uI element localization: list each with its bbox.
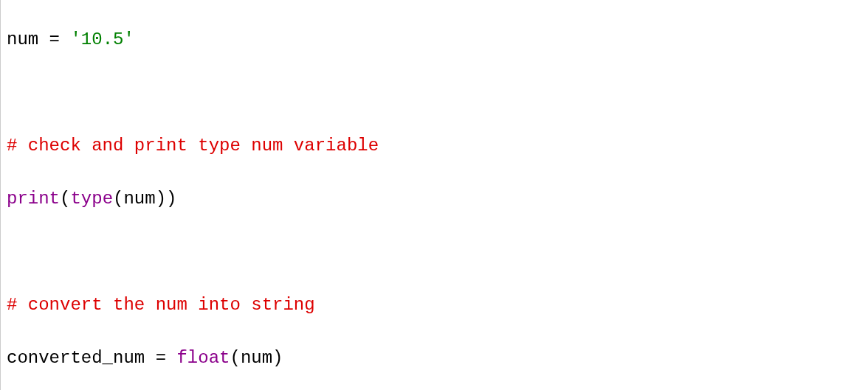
code-line: # convert the num into string <box>7 292 868 318</box>
string-literal: '10.5' <box>70 29 134 49</box>
assign-op: = <box>38 29 70 49</box>
builtin-float: float <box>176 348 230 368</box>
paren: ) <box>166 189 176 209</box>
paren: ( <box>60 189 70 209</box>
blank-line <box>7 239 868 265</box>
comment: # check and print type num variable <box>7 136 379 156</box>
code-line: # check and print type num variable <box>7 133 868 159</box>
blank-line <box>7 80 868 106</box>
builtin-print: print <box>7 189 60 209</box>
paren: ( <box>113 189 123 209</box>
builtin-type: type <box>70 189 113 209</box>
assign-op: = <box>145 348 176 368</box>
variable-name: num <box>123 189 155 209</box>
variable-name: num <box>7 29 38 49</box>
code-line: num = '10.5' <box>7 27 868 53</box>
paren: ) <box>156 189 166 209</box>
paren: ) <box>272 348 283 368</box>
code-line: converted_num = float(num) <box>7 345 868 372</box>
variable-name: num <box>241 348 272 368</box>
variable-name: converted_num <box>7 348 145 368</box>
code-editor[interactable]: num = '10.5' # check and print type num … <box>0 0 868 390</box>
paren: ( <box>230 348 240 368</box>
comment: # convert the num into string <box>7 295 315 315</box>
code-line: print(type(num)) <box>7 186 868 212</box>
